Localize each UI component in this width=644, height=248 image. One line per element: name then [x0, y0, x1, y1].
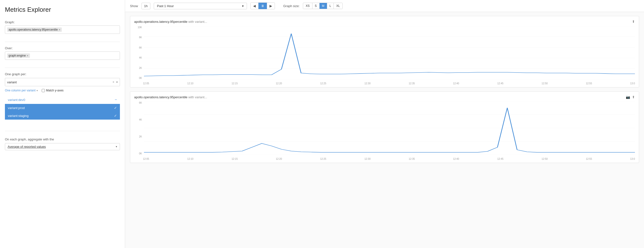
chart-1-plot: [144, 26, 635, 79]
match-axes-row: One column per variant ▾ Match y-axes: [5, 89, 120, 92]
over-tag-remove[interactable]: ×: [27, 54, 28, 57]
chart-card-2: apollo.operations.latency.95percentile w…: [130, 91, 639, 163]
camera-icon[interactable]: 📷: [626, 95, 630, 99]
chart-2-body: 6K 4K 2K 0K: [134, 101, 635, 160]
over-label: Over:: [5, 46, 120, 50]
chevron-down-icon: ▾: [116, 145, 117, 148]
nav-next-button[interactable]: ▶: [267, 3, 275, 9]
right-panel: Show 1h Past 1 Hour ▾ ◀ ⏸ ▶ Graph size: …: [125, 0, 644, 248]
minus-icon: −: [115, 98, 117, 102]
top-bar: Show 1h Past 1 Hour ▾ ◀ ⏸ ▶ Graph size: …: [125, 0, 644, 12]
graph-size-buttons: XS S M L XL: [303, 3, 342, 9]
size-s-button[interactable]: S: [312, 3, 320, 9]
chart-1-header: apollo.operations.latency.95percentile w…: [134, 19, 635, 23]
nav-prev-button[interactable]: ◀: [251, 3, 258, 9]
over-input[interactable]: graph:engine ×: [5, 51, 120, 60]
one-graph-per-section: One graph per: variant × ▾ One column pe…: [5, 72, 120, 123]
over-tag: graph:engine ×: [7, 53, 30, 58]
chart-1-title: apollo.operations.latency.95percentile w…: [134, 20, 207, 23]
graph-section: Graph: apollo.operations.latency.95perce…: [5, 20, 120, 34]
size-l-button[interactable]: L: [327, 3, 334, 9]
aggregate-section: On each graph, aggregate with the Averag…: [5, 137, 120, 150]
over-section: Over: graph:engine ×: [5, 46, 120, 60]
chart-2-title: apollo.operations.latency.95percentile w…: [134, 95, 207, 99]
time-range-dropdown[interactable]: Past 1 Hour ▾: [154, 3, 247, 9]
left-panel: Metrics Explorer Graph: apollo.operation…: [0, 0, 125, 248]
graph-tag-remove[interactable]: ×: [59, 28, 60, 31]
export-icon[interactable]: ⬆: [632, 19, 635, 23]
chart-2-header: apollo.operations.latency.95percentile w…: [134, 95, 635, 99]
chart-1-y-axis: 10K 8K 6K 4K 2K 0K: [134, 26, 143, 79]
chart-1-actions: ⬆: [632, 19, 635, 23]
one-graph-per-select[interactable]: variant × ▾: [5, 78, 120, 86]
variant-item-staging[interactable]: variant:staging ✓: [5, 112, 120, 120]
chart-2-actions: 📷 ⬆: [626, 95, 635, 99]
size-xl-button[interactable]: XL: [334, 3, 342, 9]
check-icon: ✓: [114, 106, 117, 110]
chart-1-x-axis: 12:05 12:10 12:15 12:20 12:25 12:30 12:3…: [143, 82, 635, 85]
col-per-variant-btn[interactable]: One column per variant ▾: [5, 89, 38, 92]
nav-buttons: ◀ ⏸ ▶: [250, 2, 275, 9]
variant-list: variant:dev0 − variant:prod ✓ variant:st…: [5, 96, 120, 120]
graph-input[interactable]: apollo.operations.latency.95percentile ×: [5, 25, 120, 34]
chevron-down-icon: ▾: [36, 89, 38, 92]
size-xs-button[interactable]: XS: [303, 3, 312, 9]
chevron-down-icon: ▾: [242, 4, 244, 8]
graph-tag: apollo.operations.latency.95percentile ×: [7, 27, 62, 32]
page-title: Metrics Explorer: [5, 6, 120, 13]
export-icon[interactable]: ⬆: [632, 95, 635, 99]
divider-2: [5, 68, 120, 68]
chart-2-x-axis: 12:05 12:10 12:15 12:20 12:25 12:30 12:3…: [143, 158, 635, 160]
chart-2-svg: [144, 101, 635, 155]
chart-2-y-axis: 6K 4K 2K 0K: [134, 101, 143, 155]
check-icon: ✓: [114, 114, 117, 118]
graph-size-label: Graph size:: [283, 4, 300, 8]
chart-2-plot: [144, 101, 635, 155]
aggregate-label: On each graph, aggregate with the: [5, 137, 120, 141]
chevron-down-icon[interactable]: ▾: [116, 80, 118, 84]
nav-pause-button[interactable]: ⏸: [258, 3, 267, 9]
show-label: Show: [130, 4, 138, 8]
chart-1-body: 10K 8K 6K 4K 2K 0K: [134, 26, 635, 85]
divider-1: [5, 42, 120, 42]
match-axes-checkbox[interactable]: [42, 89, 45, 92]
divider-3: [5, 131, 120, 131]
variant-item-dev0[interactable]: variant:dev0 −: [5, 96, 120, 104]
variant-item-prod[interactable]: variant:prod ✓: [5, 104, 120, 112]
chart-1-svg: [144, 26, 635, 79]
one-graph-per-label: One graph per:: [5, 72, 120, 76]
time-1h-button[interactable]: 1h: [142, 3, 150, 9]
clear-icon[interactable]: ×: [112, 80, 114, 84]
size-m-button[interactable]: M: [320, 3, 327, 9]
graph-label: Graph:: [5, 20, 120, 24]
match-axes-checkbox-row: Match y-axes: [42, 89, 64, 92]
charts-area: apollo.operations.latency.95percentile w…: [125, 12, 644, 248]
aggregate-select[interactable]: Average of reported values ▾: [5, 143, 120, 150]
chart-card-1: apollo.operations.latency.95percentile w…: [130, 16, 639, 87]
